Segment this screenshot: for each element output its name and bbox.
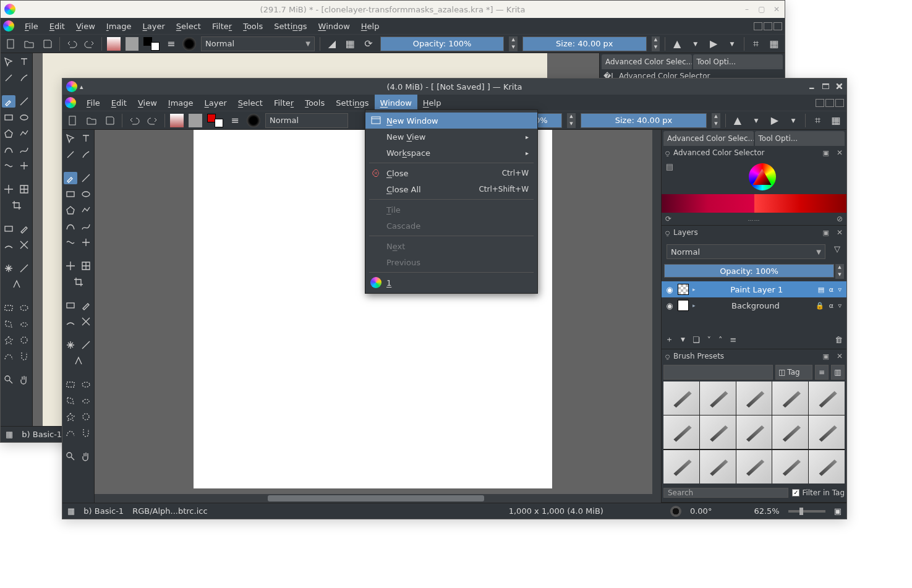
titlebar-inactive[interactable]: (291.7 MiB) * - [clonelayer-transformmas… (1, 1, 785, 18)
tool-pan[interactable] (18, 373, 32, 386)
tool-smart-fill[interactable] (18, 239, 32, 251)
float-icon[interactable]: ▣ (823, 149, 829, 157)
menu-select[interactable]: Select (232, 95, 268, 111)
tool-poly-select[interactable] (2, 318, 15, 330)
titlebar-active[interactable]: ▴ (4.0 MiB) - [ [Not Saved] ] — Krita 🗕 … (62, 79, 846, 95)
tool-calligraphy[interactable] (80, 148, 93, 161)
tool-smart-fill[interactable] (80, 315, 93, 328)
settings-icon[interactable]: ▤ (666, 162, 673, 171)
wrap-icon[interactable]: ⌗ (811, 114, 824, 127)
clear-icon[interactable]: ⊘ (837, 215, 843, 223)
menu-window[interactable]: Window (375, 95, 417, 111)
menu-select[interactable]: Select (171, 18, 207, 34)
tool-freehand-path[interactable] (18, 143, 32, 156)
menu-settings[interactable]: Settings (330, 95, 374, 111)
opacity-spinner[interactable]: ▲▼ (509, 36, 518, 51)
tool-bezier[interactable] (64, 220, 77, 232)
menu-window[interactable]: Window (313, 18, 356, 34)
move-up-icon[interactable]: ˄ (718, 335, 723, 344)
tool-pattern[interactable] (64, 315, 77, 328)
close-icon[interactable]: 🗙 (835, 82, 843, 91)
tool-assist[interactable] (64, 339, 77, 351)
collapse-icon[interactable]: ▴ (80, 83, 83, 91)
tool-move[interactable] (64, 260, 77, 272)
tag-combo[interactable] (663, 365, 773, 380)
delete-layer-icon[interactable]: 🗑 (835, 335, 843, 344)
menu-file[interactable]: File (81, 95, 106, 111)
tool-ref[interactable] (10, 278, 23, 291)
tool-gradient[interactable] (2, 223, 15, 235)
pattern-swatch[interactable] (126, 37, 139, 51)
tool-brush[interactable] (64, 172, 77, 184)
menu-image[interactable]: Image (101, 18, 137, 34)
tool-crop[interactable] (10, 199, 23, 211)
mirror-h-icon[interactable]: ▲ (670, 37, 684, 51)
tool-bezier-select[interactable] (2, 350, 15, 362)
tool-color-picker[interactable] (80, 299, 93, 312)
tool-transform[interactable] (2, 56, 15, 68)
mirror-v-icon[interactable]: ▶ (768, 114, 782, 127)
tool-edit-shapes[interactable] (64, 148, 77, 161)
blend-mode-combo[interactable]: Normal (265, 113, 348, 128)
color-slider[interactable] (662, 194, 846, 213)
layer-blend-combo[interactable]: Normal▼ (667, 244, 825, 259)
redo-icon[interactable] (83, 37, 96, 51)
view-list-icon[interactable]: ≡ (815, 365, 829, 380)
size-slider[interactable]: Size: 40.00 px (522, 36, 646, 51)
menuitem-document-1[interactable]: 1 (365, 275, 537, 291)
tool-bezier[interactable] (2, 143, 15, 156)
preset-item[interactable] (663, 450, 699, 484)
tool-color-select[interactable] (18, 334, 32, 346)
dock-tab-tooloptions[interactable]: Tool Opti... (693, 54, 783, 69)
redo-icon[interactable] (146, 114, 160, 127)
preset-item[interactable] (736, 415, 772, 449)
menu-file[interactable]: File (19, 18, 44, 34)
preset-item[interactable] (809, 415, 845, 449)
tool-multi[interactable] (80, 236, 93, 249)
tool-ellipse[interactable] (18, 111, 32, 124)
tool-rect[interactable] (2, 111, 15, 124)
layer-opacity-spinner[interactable]: ▲▼ (835, 264, 844, 279)
menu-layer[interactable]: Layer (137, 18, 171, 34)
brush-preview-icon[interactable] (182, 37, 196, 51)
preset-item[interactable] (772, 450, 808, 484)
window-mode-buttons[interactable] (816, 99, 844, 107)
gradient-swatch[interactable] (107, 37, 121, 51)
tool-line[interactable] (80, 172, 93, 184)
menu-view[interactable]: View (132, 95, 163, 111)
tool-rect-select[interactable] (64, 378, 77, 391)
tool-edit-shapes[interactable] (2, 72, 15, 84)
add-layer-icon[interactable]: ＋ (665, 334, 673, 345)
menu-edit[interactable]: Edit (44, 18, 70, 34)
minimize-icon[interactable]: – (741, 4, 752, 15)
reload-icon[interactable]: ⟳ (362, 37, 375, 51)
mirror-v-icon[interactable]: ▶ (707, 37, 720, 51)
fg-bg-colors[interactable] (143, 37, 160, 51)
tool-magnet-select[interactable] (18, 350, 32, 362)
opacity-spinner[interactable]: ▲▼ (567, 113, 576, 128)
refresh-icon[interactable]: ⟳ (665, 215, 671, 223)
duplicate-layer-icon[interactable]: ❏ (693, 335, 700, 344)
size-spinner[interactable]: ▲▼ (712, 113, 720, 128)
menuitem-workspace[interactable]: Workspace▸ (365, 145, 537, 161)
new-file-icon[interactable] (66, 114, 80, 127)
tool-text[interactable] (18, 56, 32, 68)
tool-line[interactable] (18, 95, 32, 108)
preset-item[interactable] (809, 381, 845, 415)
tool-magnet-select[interactable] (80, 427, 93, 439)
tool-zoom[interactable] (2, 373, 15, 386)
zoom-slider[interactable] (788, 510, 825, 513)
move-down-icon[interactable]: ˅ (707, 335, 712, 344)
preset-item[interactable] (663, 415, 699, 449)
tool-dynamic[interactable] (64, 236, 77, 249)
tool-transform2[interactable] (18, 183, 32, 195)
preset-item[interactable] (700, 415, 736, 449)
color-wheel[interactable] (678, 160, 846, 194)
tool-freehand-path[interactable] (80, 220, 93, 232)
tool-ellipse[interactable] (80, 188, 93, 200)
workspace-icon[interactable]: ▦ (767, 37, 781, 51)
maximize-icon[interactable]: 🗖 (822, 82, 829, 91)
filter-in-tag-check[interactable]: ✓Filter in Tag (792, 488, 845, 497)
tool-polyline[interactable] (80, 204, 93, 216)
tool-multi[interactable] (18, 160, 32, 172)
